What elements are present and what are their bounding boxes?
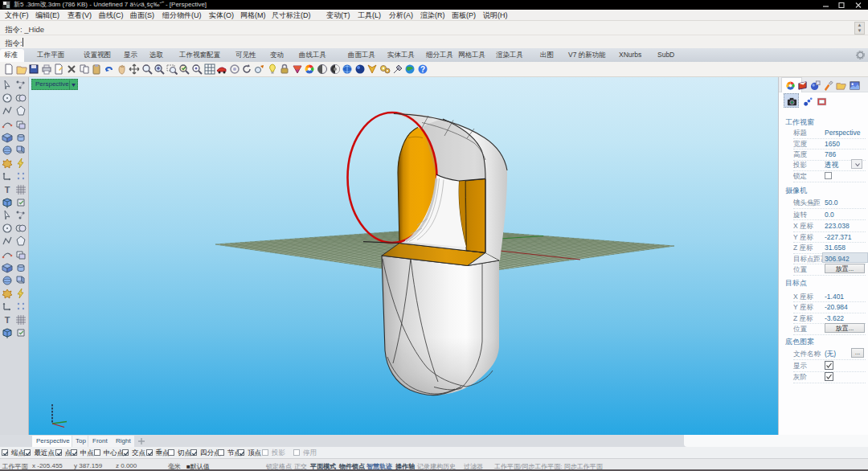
svg-text:?: ? bbox=[420, 65, 425, 74]
svg-text:T: T bbox=[5, 185, 10, 195]
svg-text:T: T bbox=[5, 315, 10, 325]
